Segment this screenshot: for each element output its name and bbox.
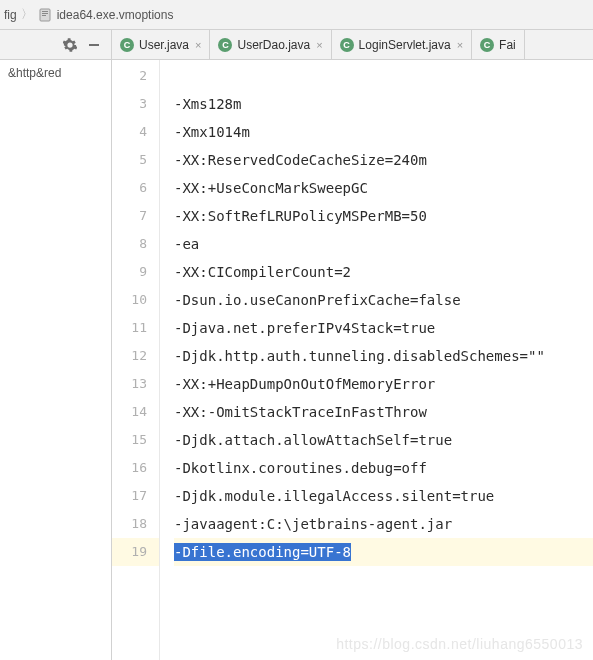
line-number: 5 [112,146,159,174]
tab-user-java[interactable]: CUser.java× [112,30,210,59]
line-number: 12 [112,342,159,370]
code-line[interactable]: -XX:CICompilerCount=2 [174,258,593,286]
code-line[interactable]: -XX:+HeapDumpOnOutOfMemoryError [174,370,593,398]
breadcrumb: fig 〉 idea64.exe.vmoptions [0,0,593,30]
tab-label: User.java [139,38,189,52]
code-line[interactable]: -Djava.net.preferIPv4Stack=true [174,314,593,342]
close-icon[interactable]: × [457,39,463,51]
line-number: 18 [112,510,159,538]
left-panel: &http&red [0,30,112,660]
tab-userdao-java[interactable]: CUserDao.java× [210,30,331,59]
line-number: 14 [112,398,159,426]
line-number: 16 [112,454,159,482]
code-line[interactable]: -Xms128m [174,90,593,118]
code-line[interactable]: -Djdk.attach.allowAttachSelf=true [174,426,593,454]
breadcrumb-file[interactable]: idea64.exe.vmoptions [57,8,174,22]
tab-bar: CUser.java×CUserDao.java×CLoginServlet.j… [112,30,593,60]
code-line[interactable] [174,62,593,90]
code-line[interactable]: -XX:SoftRefLRUPolicyMSPerMB=50 [174,202,593,230]
code-line[interactable]: -Dsun.io.useCanonPrefixCache=false [174,286,593,314]
line-number: 6 [112,174,159,202]
tab-loginservlet-java[interactable]: CLoginServlet.java× [332,30,473,59]
line-number: 3 [112,90,159,118]
code-line[interactable]: -javaagent:C:\jetbrains-agent.jar [174,510,593,538]
tab-fai[interactable]: CFai [472,30,525,59]
file-icon [37,7,53,23]
line-number: 2 [112,62,159,90]
svg-rect-2 [42,13,48,14]
code-line[interactable]: -XX:-OmitStackTraceInFastThrow [174,398,593,426]
svg-rect-3 [42,15,46,16]
editor-body[interactable]: 2345678910111213141516171819 -Xms128m-Xm… [112,60,593,660]
svg-rect-4 [89,44,99,46]
line-number: 17 [112,482,159,510]
class-icon: C [480,38,494,52]
line-number: 4 [112,118,159,146]
tab-label: Fai [499,38,516,52]
code-line[interactable]: -ea [174,230,593,258]
line-number: 19 [112,538,159,566]
line-number: 8 [112,230,159,258]
class-icon: C [340,38,354,52]
svg-rect-1 [42,11,48,12]
editor-area: CUser.java×CUserDao.java×CLoginServlet.j… [112,30,593,660]
breadcrumb-separator: 〉 [21,6,33,23]
line-number: 10 [112,286,159,314]
code-line[interactable]: -Dfile.encoding=UTF-8 [174,538,593,566]
code-line[interactable]: -Djdk.http.auth.tunneling.disabledScheme… [174,342,593,370]
line-number: 13 [112,370,159,398]
tab-label: LoginServlet.java [359,38,451,52]
line-number: 11 [112,314,159,342]
code-content[interactable]: -Xms128m-Xmx1014m-XX:ReservedCodeCacheSi… [160,60,593,660]
line-gutter: 2345678910111213141516171819 [112,60,160,660]
left-toolbar [0,30,111,60]
close-icon[interactable]: × [195,39,201,51]
class-icon: C [218,38,232,52]
code-line[interactable]: -Xmx1014m [174,118,593,146]
tab-label: UserDao.java [237,38,310,52]
minimize-icon[interactable] [83,34,105,56]
class-icon: C [120,38,134,52]
close-icon[interactable]: × [316,39,322,51]
selected-text[interactable]: -Dfile.encoding=UTF-8 [174,543,351,561]
code-line[interactable]: -XX:+UseConcMarkSweepGC [174,174,593,202]
breadcrumb-parent[interactable]: fig [4,8,17,22]
code-line[interactable]: -Dkotlinx.coroutines.debug=off [174,454,593,482]
line-number: 7 [112,202,159,230]
code-line[interactable]: -XX:ReservedCodeCacheSize=240m [174,146,593,174]
gear-icon[interactable] [59,34,81,56]
sidebar-item-http[interactable]: &http&red [0,60,111,87]
line-number: 9 [112,258,159,286]
line-number: 15 [112,426,159,454]
code-line[interactable]: -Djdk.module.illegalAccess.silent=true [174,482,593,510]
